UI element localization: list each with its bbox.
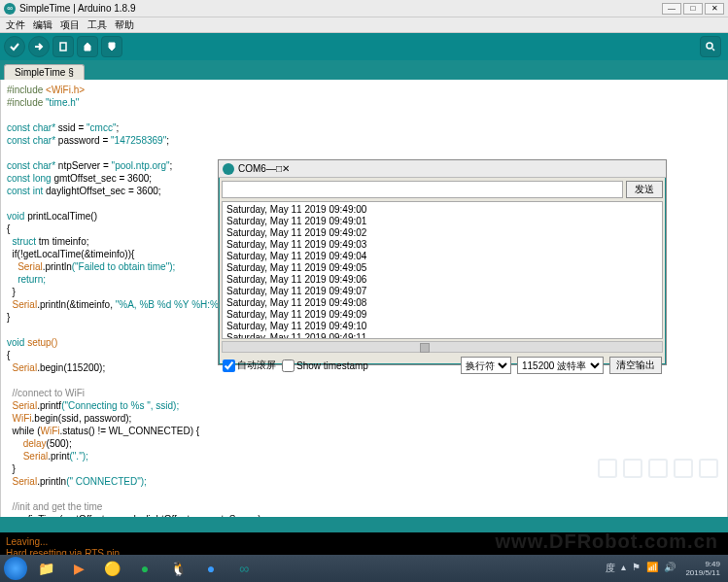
serial-line: Saturday, May 11 2019 09:49:03 xyxy=(226,239,658,251)
upload-button[interactable] xyxy=(28,36,50,57)
serial-log[interactable]: Saturday, May 11 2019 09:49:00Saturday, … xyxy=(222,201,663,339)
tray-clock[interactable]: 9:49 2019/5/11 xyxy=(685,560,724,577)
serial-line: Saturday, May 11 2019 09:49:06 xyxy=(226,274,658,286)
arduino-icon xyxy=(223,163,234,175)
network-icon: 📶 xyxy=(646,562,658,575)
baud-select[interactable]: 115200 波特率 xyxy=(517,357,604,374)
faded-desktop-icons xyxy=(598,459,718,478)
statusbar xyxy=(0,517,728,532)
window-title: SimpleTime | Arduino 1.8.9 xyxy=(19,3,136,14)
maximize-button[interactable]: □ xyxy=(683,3,703,15)
menu-tools[interactable]: 工具 xyxy=(87,18,107,32)
serial-line: Saturday, May 11 2019 09:49:01 xyxy=(226,216,658,227)
open-button[interactable] xyxy=(77,36,98,57)
line-ending-select[interactable]: 换行符 xyxy=(461,357,511,374)
serial-close-button[interactable]: ✕ xyxy=(282,163,290,174)
svg-rect-0 xyxy=(60,43,66,51)
task-arduino[interactable]: ∞ xyxy=(229,558,259,579)
tab-simpletime[interactable]: SimpleTime § xyxy=(4,64,85,80)
serial-monitor-window: COM6 — □ ✕ 发送 Saturday, May 11 2019 09:4… xyxy=(218,159,667,365)
task-media[interactable]: ▶ xyxy=(64,558,93,579)
save-button[interactable] xyxy=(101,36,122,57)
menu-edit[interactable]: 编辑 xyxy=(33,18,52,32)
tray-icons[interactable]: 度▴⚑📶🔊 xyxy=(606,562,676,575)
serial-line: Saturday, May 11 2019 09:49:07 xyxy=(226,286,658,297)
toolbar xyxy=(0,33,728,60)
serial-line: Saturday, May 11 2019 09:49:02 xyxy=(226,227,658,239)
baidu-icon: 度 xyxy=(606,562,615,575)
taskbar: 📁 ▶ 🟡 ● 🐧 ● ∞ 度▴⚑📶🔊 9:49 2019/5/11 xyxy=(0,555,728,582)
close-button[interactable]: ✕ xyxy=(705,3,724,15)
clear-output-button[interactable]: 清空输出 xyxy=(609,357,662,374)
serial-monitor-button[interactable] xyxy=(700,36,721,57)
task-explorer[interactable]: 📁 xyxy=(31,558,60,579)
sound-icon: 🔊 xyxy=(664,562,676,575)
serial-line: Saturday, May 11 2019 09:49:08 xyxy=(226,297,658,309)
serial-line: Saturday, May 11 2019 09:49:09 xyxy=(226,309,658,321)
console-line: Leaving... xyxy=(6,536,722,548)
task-qq[interactable]: 🐧 xyxy=(163,558,192,579)
menubar: 文件 编辑 项目 工具 帮助 xyxy=(0,17,728,33)
timestamp-checkbox[interactable]: Show timestamp xyxy=(282,359,368,372)
serial-line: Saturday, May 11 2019 09:49:11 xyxy=(226,332,658,339)
autoscroll-checkbox[interactable]: 自动滚屏 xyxy=(223,359,276,372)
menu-file[interactable]: 文件 xyxy=(6,18,25,32)
verify-button[interactable] xyxy=(4,36,25,57)
tabbar: SimpleTime § xyxy=(0,60,728,80)
serial-line: Saturday, May 11 2019 09:49:10 xyxy=(226,321,658,332)
titlebar: SimpleTime | Arduino 1.8.9 — □ ✕ xyxy=(0,0,728,17)
flag-icon: ⚑ xyxy=(632,562,641,575)
arduino-icon xyxy=(4,3,16,15)
task-chrome[interactable]: 🟡 xyxy=(97,558,126,579)
serial-title: COM6 xyxy=(238,163,266,174)
menu-help[interactable]: 帮助 xyxy=(115,18,134,32)
svg-point-1 xyxy=(707,43,712,49)
new-button[interactable] xyxy=(52,36,74,57)
serial-titlebar: COM6 — □ ✕ xyxy=(219,160,666,178)
horizontal-scrollbar[interactable] xyxy=(222,341,663,353)
start-button[interactable] xyxy=(4,557,27,580)
serial-input[interactable] xyxy=(222,181,623,198)
serial-minimize-button[interactable]: — xyxy=(266,163,276,174)
chevron-up-icon: ▴ xyxy=(621,562,626,575)
task-app1[interactable]: ● xyxy=(196,558,225,579)
serial-line: Saturday, May 11 2019 09:49:00 xyxy=(226,204,658,216)
serial-line: Saturday, May 11 2019 09:49:05 xyxy=(226,262,658,274)
minimize-button[interactable]: — xyxy=(662,3,681,15)
serial-send-button[interactable]: 发送 xyxy=(626,181,663,198)
serial-line: Saturday, May 11 2019 09:49:04 xyxy=(226,251,658,262)
task-spotify[interactable]: ● xyxy=(130,558,159,579)
menu-sketch[interactable]: 项目 xyxy=(60,18,80,32)
